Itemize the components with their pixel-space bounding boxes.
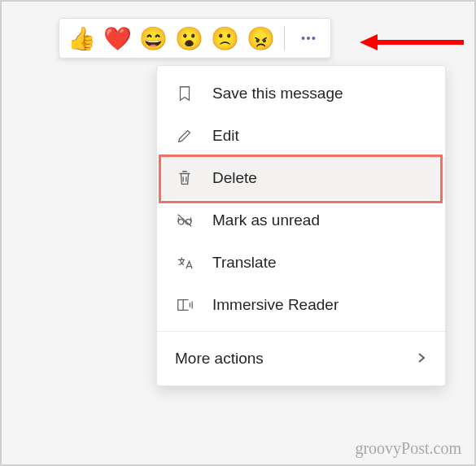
reaction-angry[interactable]: 😠 [247, 24, 274, 52]
svg-point-2 [312, 37, 315, 40]
menu-item-label: More actions [175, 350, 264, 368]
chevron-right-icon [416, 350, 427, 368]
svg-point-5 [178, 220, 183, 224]
context-menu: Save this message Edit Delete Mark as un… [156, 65, 446, 386]
reaction-laugh[interactable]: 😄 [139, 24, 167, 52]
menu-item-label: Immersive Reader [212, 296, 338, 314]
menu-item-save[interactable]: Save this message [157, 72, 445, 115]
menu-item-label: Delete [212, 169, 257, 187]
arrow-annotation [360, 31, 465, 54]
menu-item-edit[interactable]: Edit [157, 115, 445, 157]
translate-icon [175, 253, 194, 272]
menu-item-delete[interactable]: Delete [157, 157, 445, 199]
menu-item-label: Save this message [212, 85, 343, 102]
watermark: groovyPost.com [355, 439, 461, 458]
menu-item-label: Edit [212, 127, 239, 145]
svg-marker-4 [360, 34, 378, 50]
menu-item-label: Mark as unread [212, 211, 320, 229]
menu-item-immersive-reader[interactable]: Immersive Reader [157, 284, 445, 326]
pencil-icon [175, 126, 194, 146]
more-options-button[interactable] [295, 24, 322, 52]
reaction-heart[interactable]: ❤️ [103, 24, 131, 52]
bookmark-icon [175, 84, 194, 103]
ellipsis-icon [299, 29, 317, 47]
trash-icon [175, 168, 194, 188]
menu-item-more-actions[interactable]: More actions [157, 337, 445, 379]
reaction-divider [284, 26, 285, 50]
menu-item-translate[interactable]: Translate [157, 242, 445, 284]
reaction-sad[interactable]: 🙁 [211, 24, 238, 52]
menu-separator [157, 331, 445, 332]
menu-item-mark-unread[interactable]: Mark as unread [157, 199, 445, 242]
glasses-off-icon [175, 211, 194, 230]
svg-point-0 [302, 37, 305, 40]
reaction-thumbs-up[interactable]: 👍 [68, 24, 95, 52]
svg-point-1 [307, 37, 310, 40]
reaction-bar: 👍 ❤️ 😄 😮 🙁 😠 [59, 18, 331, 59]
reaction-surprised[interactable]: 😮 [175, 24, 203, 52]
menu-item-label: Translate [212, 254, 277, 272]
reader-icon [175, 295, 194, 315]
